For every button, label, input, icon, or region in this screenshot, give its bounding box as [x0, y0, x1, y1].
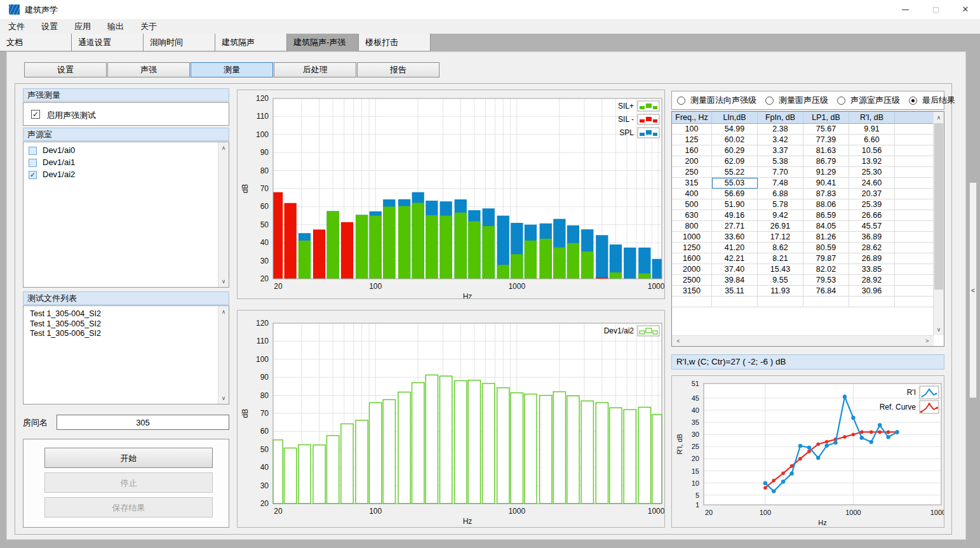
menu-item-关于[interactable]: 关于 [132, 19, 165, 34]
cell-630-4[interactable]: 26.66 [849, 210, 895, 221]
cell-630-2[interactable]: 9.42 [758, 210, 803, 221]
cell-500-4[interactable]: 25.39 [849, 199, 895, 210]
cell-200-3[interactable]: 86.79 [803, 156, 849, 167]
radio-测量面法向声强级[interactable] [677, 97, 685, 105]
stop-button[interactable]: 停止 [44, 472, 213, 493]
table-row[interactable]: 63049.169.4286.5926.66 [672, 210, 934, 221]
cell-1600-4[interactable]: 26.89 [849, 253, 895, 264]
cell-250-2[interactable]: 7.70 [758, 167, 803, 178]
cell-1250-3[interactable]: 80.59 [803, 243, 849, 253]
tab-混响时间[interactable]: 混响时间 [144, 34, 215, 51]
file-list-scrollbar[interactable]: ∧ ∨ [218, 306, 229, 404]
panel-collapse-handle[interactable]: < [969, 182, 977, 398]
cell-1000-1[interactable]: 33.60 [712, 232, 758, 243]
close-button[interactable]: ✕ [951, 0, 980, 19]
scroll-right-icon[interactable]: > [922, 336, 932, 346]
table-row[interactable]: 16060.293.3781.6310.56 [672, 145, 934, 156]
cell-2500-2[interactable]: 9.55 [758, 275, 803, 286]
cell-1600-2[interactable]: 8.21 [758, 253, 803, 264]
cell-125-3[interactable]: 77.39 [803, 135, 849, 145]
scroll-down-icon[interactable]: ∨ [218, 276, 229, 286]
cell-315-3[interactable]: 90.41 [803, 178, 849, 189]
channel-checkbox-Dev1/ai2[interactable]: ✓ [29, 171, 37, 179]
scroll-up-icon[interactable]: ∧ [218, 143, 229, 153]
cell-400-0[interactable]: 400 [672, 189, 712, 199]
cell-160-4[interactable]: 10.56 [849, 145, 895, 156]
scroll-down-icon[interactable]: ∨ [934, 324, 944, 335]
cell-800-0[interactable]: 800 [672, 221, 712, 232]
cell-3150-4[interactable]: 30.96 [849, 286, 895, 297]
subtab-测量[interactable]: 测量 [191, 62, 273, 77]
radio-声源室声压级[interactable] [837, 97, 845, 105]
cell-125-0[interactable]: 125 [672, 135, 712, 145]
table-row[interactable]: 250039.849.5579.5328.92 [672, 275, 934, 286]
cell-1250-4[interactable]: 28.62 [849, 243, 895, 253]
subtab-报告[interactable]: 报告 [357, 62, 440, 77]
tab-建筑隔声-声强[interactable]: 建筑隔声-声强 [287, 34, 359, 51]
tab-通道设置[interactable]: 通道设置 [72, 34, 144, 51]
subtab-设置[interactable]: 设置 [24, 62, 107, 77]
table-row[interactable]: 10054.992.3875.679.91 [672, 124, 934, 135]
scroll-left-icon[interactable]: < [673, 336, 683, 346]
cell-2500-3[interactable]: 79.53 [803, 275, 849, 286]
cell-1250-2[interactable]: 8.62 [758, 243, 803, 253]
cell-500-0[interactable]: 500 [672, 199, 712, 210]
table-row[interactable]: 12560.023.4277.396.60 [672, 135, 934, 145]
scroll-thumb[interactable] [934, 123, 943, 290]
cell-2000-4[interactable]: 33.85 [849, 264, 895, 275]
cell-2000-1[interactable]: 37.40 [712, 264, 758, 275]
cell-200-2[interactable]: 5.38 [758, 156, 803, 167]
cell-100-4[interactable]: 9.91 [849, 124, 895, 135]
cell-100-1[interactable]: 54.99 [712, 124, 758, 135]
table-row[interactable]: 125041.208.6280.5928.62 [672, 243, 934, 253]
cell-1250-1[interactable]: 41.20 [712, 243, 758, 253]
test-file-item[interactable]: Test 1_305-005_SI2 [30, 319, 101, 328]
scroll-up-icon[interactable]: ∧ [218, 307, 229, 317]
cell-630-1[interactable]: 49.16 [712, 210, 758, 221]
cell-2500-0[interactable]: 2500 [672, 275, 712, 286]
cell-315-0[interactable]: 315 [672, 178, 712, 189]
table-row[interactable]: 31555.037.4890.4124.60 [672, 178, 934, 189]
tab-文档[interactable]: 文档 [0, 34, 72, 51]
cell-400-4[interactable]: 20.37 [849, 189, 895, 199]
menu-item-输出[interactable]: 输出 [99, 19, 132, 34]
cell-3150-0[interactable]: 3150 [672, 286, 712, 297]
cell-400-1[interactable]: 56.69 [712, 189, 758, 199]
start-button[interactable]: 开始 [44, 448, 213, 468]
table-row[interactable]: 315035.1111.9376.8430.96 [672, 286, 934, 297]
cell-160-1[interactable]: 60.29 [712, 145, 758, 156]
cell-1000-3[interactable]: 81.26 [803, 232, 849, 243]
cell-800-1[interactable]: 27.71 [712, 221, 758, 232]
room-name-input[interactable] [57, 415, 229, 430]
tab-建筑隔声[interactable]: 建筑隔声 [215, 34, 287, 51]
channel-list-scrollbar[interactable]: ∧ ∨ [218, 142, 229, 287]
tab-楼板打击[interactable]: 楼板打击 [359, 34, 431, 51]
cell-500-3[interactable]: 88.06 [803, 199, 849, 210]
cell-630-0[interactable]: 630 [672, 210, 712, 221]
cell-1250-0[interactable]: 1250 [672, 243, 712, 253]
channel-checkbox-Dev1/ai0[interactable] [29, 147, 37, 155]
table-vertical-scrollbar[interactable]: ∧ ∨ [933, 112, 944, 335]
radio-最后结果[interactable] [909, 97, 917, 105]
cell-100-3[interactable]: 75.67 [803, 124, 849, 135]
cell-3150-2[interactable]: 11.93 [758, 286, 803, 297]
menu-item-设置[interactable]: 设置 [33, 19, 66, 34]
cell-1600-1[interactable]: 42.21 [712, 253, 758, 264]
test-file-list[interactable]: ∧ ∨ Test 1_305-004_SI2Test 1_305-005_SI2… [23, 305, 229, 404]
cell-2500-4[interactable]: 28.92 [849, 275, 895, 286]
cell-160-2[interactable]: 3.37 [758, 145, 803, 156]
cell-2000-2[interactable]: 15.43 [758, 264, 803, 275]
cell-3150-1[interactable]: 35.11 [712, 286, 758, 297]
save-results-button[interactable]: 保存结果 [44, 497, 213, 518]
table-row[interactable]: 100033.6017.1281.2636.89 [672, 232, 934, 243]
cell-250-3[interactable]: 91.29 [803, 167, 849, 178]
cell-3150-3[interactable]: 76.84 [803, 286, 849, 297]
table-row[interactable]: 20062.095.3886.7913.92 [672, 156, 934, 167]
cell-160-0[interactable]: 160 [672, 145, 712, 156]
table-row[interactable]: 160042.218.2179.8726.89 [672, 253, 934, 264]
cell-315-1[interactable]: 55.03 [712, 178, 758, 189]
subtab-后处理[interactable]: 后处理 [274, 62, 356, 77]
table-row[interactable]: 40056.696.8887.8320.37 [672, 189, 934, 199]
enable-intensity-checkbox[interactable]: ✓ [31, 110, 40, 119]
cell-1000-2[interactable]: 17.12 [758, 232, 803, 243]
